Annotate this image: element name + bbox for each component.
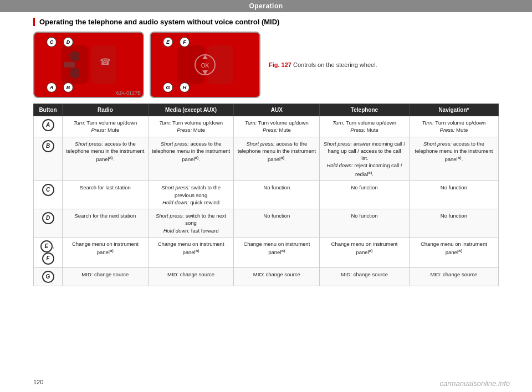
- tel-cell-D: No function: [320, 209, 410, 238]
- section-title: Operating the telephone and audio system…: [33, 18, 499, 26]
- steering-wheel-right-image: E F G H OK: [150, 32, 260, 98]
- btn-D: D: [42, 212, 54, 224]
- nav-cell-EF: Change menu on instrument panela): [409, 238, 498, 268]
- table-row: A Turn: Turn volume up/downPress: Mute T…: [34, 116, 499, 137]
- table-row: G MID: change source MID: change source …: [34, 268, 499, 286]
- svg-rect-7: [208, 45, 233, 84]
- col-header-radio: Radio: [63, 104, 149, 116]
- svg-point-2: [69, 51, 80, 62]
- media-cell-EF: Change menu on instrument panela): [148, 238, 234, 268]
- btn-cell-C: C: [34, 181, 63, 209]
- page: Operation Operating the telephone and au…: [0, 0, 532, 392]
- btn-E: E: [40, 240, 53, 252]
- svg-text:OK: OK: [201, 63, 209, 69]
- figure-caption: Fig. 127 Controls on the steering wheel.: [269, 61, 377, 68]
- btn-A: A: [42, 119, 54, 131]
- button-label-H: H: [180, 82, 190, 92]
- nav-cell-B: Short press: access to the telephone men…: [409, 137, 498, 181]
- figure-area: C D A B ☎ 6JA-0127B: [33, 32, 499, 98]
- radio-cell-B: Short press: access to the telephone men…: [63, 137, 149, 181]
- nav-cell-A: Turn: Turn volume up/downPress: Mute: [409, 116, 498, 137]
- image-ref-left: 6JA-0127B: [116, 90, 141, 96]
- btn-cell-G: G: [34, 268, 63, 286]
- tel-cell-G: MID: change source: [320, 268, 410, 286]
- svg-text:☎: ☎: [100, 57, 111, 66]
- media-cell-G: MID: change source: [148, 268, 234, 286]
- col-header-aux: AUX: [234, 104, 320, 116]
- button-label-G: G: [163, 82, 173, 92]
- steering-wheel-left-image: C D A B ☎ 6JA-0127B: [33, 32, 144, 98]
- table-row: B Short press: access to the telephone m…: [34, 137, 499, 181]
- fig-caption-text: Controls on the steering wheel.: [293, 61, 377, 68]
- tel-cell-B: Short press: answer incoming call / hang…: [320, 137, 410, 181]
- watermark: carmanualsonline.info: [440, 379, 510, 388]
- radio-cell-A: Turn: Turn volume up/downPress: Mute: [63, 116, 149, 137]
- tel-cell-EF: Change menu on instrument panela): [320, 238, 410, 268]
- btn-cell-B: B: [34, 137, 63, 181]
- button-label-F: F: [180, 37, 190, 47]
- aux-cell-B: Short press: access to the telephone men…: [234, 137, 320, 181]
- button-label-B: B: [63, 82, 73, 92]
- aux-cell-G: MID: change source: [234, 268, 320, 286]
- radio-cell-C: Search for last station: [63, 181, 149, 209]
- aux-cell-D: No function: [234, 209, 320, 238]
- table-row: E, F Change menu on instrument panela) C…: [34, 238, 499, 268]
- btn-cell-EF: E, F: [34, 238, 63, 268]
- col-header-telephone: Telephone: [320, 104, 410, 116]
- svg-point-3: [69, 68, 80, 79]
- aux-cell-C: No function: [234, 181, 320, 209]
- col-header-media: Media (except AUX): [148, 104, 234, 116]
- main-content: Operating the telephone and audio system…: [0, 12, 532, 292]
- controls-table: Button Radio Media (except AUX) AUX Tele…: [33, 104, 499, 286]
- radio-cell-EF: Change menu on instrument panela): [63, 238, 149, 268]
- nav-cell-C: No function: [409, 181, 498, 209]
- col-header-button: Button: [34, 104, 63, 116]
- radio-cell-G: MID: change source: [63, 268, 149, 286]
- figure-images: C D A B ☎ 6JA-0127B: [33, 32, 260, 98]
- table-header-row: Button Radio Media (except AUX) AUX Tele…: [34, 104, 499, 116]
- tel-cell-A: Turn: Turn volume up/downPress: Mute: [320, 116, 410, 137]
- button-label-D: D: [63, 37, 73, 47]
- tel-cell-C: No function: [320, 181, 410, 209]
- btn-B: B: [42, 140, 54, 152]
- nav-cell-D: No function: [409, 209, 498, 238]
- media-cell-C: Short press: switch to the previous song…: [148, 181, 234, 209]
- fig-label: Fig. 127: [269, 61, 291, 68]
- media-cell-B: Short press: access to the telephone men…: [148, 137, 234, 181]
- btn-F: F: [42, 252, 54, 265]
- aux-cell-EF: Change menu on instrument panela): [234, 238, 320, 268]
- btn-C: C: [42, 184, 54, 196]
- btn-cell-D: D: [34, 209, 63, 238]
- wheel-svg-right: OK: [169, 43, 241, 87]
- button-label-E: E: [163, 37, 173, 47]
- btn-cell-A: A: [34, 116, 63, 137]
- page-number: 120: [33, 379, 43, 385]
- svg-rect-4: [64, 62, 75, 68]
- col-header-navigation: Navigation*: [409, 104, 498, 116]
- aux-cell-A: Turn: Turn volume up/downPress: Mute: [234, 116, 320, 137]
- radio-cell-D: Search for the next station: [63, 209, 149, 238]
- button-label-C: C: [47, 37, 57, 47]
- table-row: D Search for the next station Short pres…: [34, 209, 499, 238]
- media-cell-D: Short press: switch to the next songHold…: [148, 209, 234, 238]
- button-label-A: A: [47, 82, 57, 92]
- media-cell-A: Turn: Turn volume up/downPress: Mute: [148, 116, 234, 137]
- header-bar: Operation: [0, 0, 532, 12]
- nav-cell-G: MID: change source: [409, 268, 498, 286]
- table-row: C Search for last station Short press: s…: [34, 181, 499, 209]
- wheel-svg-left: ☎: [53, 43, 125, 87]
- header-title: Operation: [249, 2, 283, 10]
- btn-G: G: [42, 271, 54, 283]
